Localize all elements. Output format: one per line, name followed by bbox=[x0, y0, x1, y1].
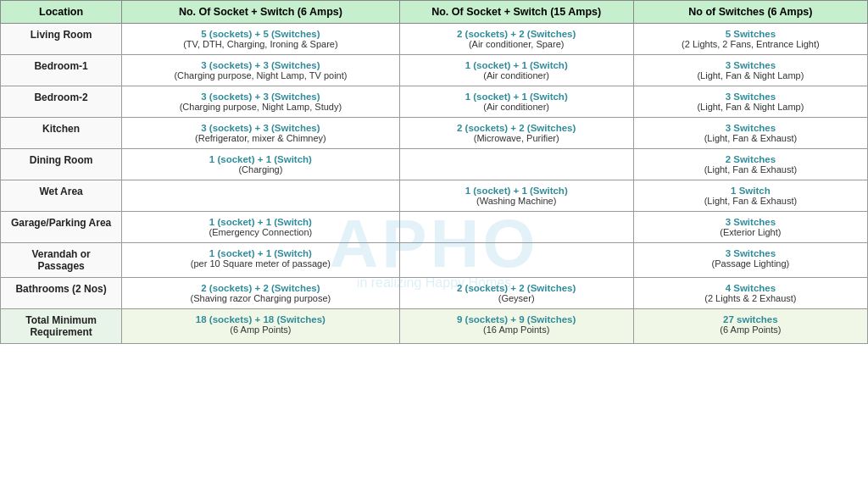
cell-15amp: 1 (socket) + 1 (Switch)(Air conditioner) bbox=[399, 55, 633, 86]
table-row: Bedroom-23 (sockets) + 3 (Switches)(Char… bbox=[1, 86, 868, 118]
table-row: Wet Area1 (socket) + 1 (Switch)(Washing … bbox=[1, 180, 868, 212]
cell-location: Wet Area bbox=[1, 180, 122, 212]
cell-switches: 3 Switches(Light, Fan & Night Lamp) bbox=[633, 86, 867, 118]
cell-6amp: 2 (sockets) + 2 (Switches)(Shaving razor… bbox=[122, 278, 399, 309]
cell-location: Dining Room bbox=[1, 149, 122, 180]
header-row: Location No. Of Socket + Switch (6 Amps)… bbox=[1, 1, 868, 24]
cell-6amp: 5 (sockets) + 5 (Switches)(TV, DTH, Char… bbox=[122, 24, 399, 55]
table-row: Kitchen3 (sockets) + 3 (Switches)(Refrig… bbox=[1, 118, 868, 149]
cell-15amp: 1 (socket) + 1 (Switch)(Washing Machine) bbox=[399, 180, 633, 212]
cell-6amp: 3 (sockets) + 3 (Switches)(Charging purp… bbox=[122, 86, 399, 118]
cell-location: Kitchen bbox=[1, 118, 122, 149]
table-row: Total Minimum Requirement18 (sockets) + … bbox=[1, 309, 868, 344]
cell-6amp: 18 (sockets) + 18 (Switches)(6 Amp Point… bbox=[122, 309, 399, 344]
cell-switches: 3 Switches(Light, Fan & Night Lamp) bbox=[633, 55, 867, 86]
table-row: Bedroom-13 (sockets) + 3 (Switches)(Char… bbox=[1, 55, 868, 86]
header-15amp: No. Of Socket + Switch (15 Amps) bbox=[399, 1, 633, 24]
cell-15amp: 9 (sockets) + 9 (Switches)(16 Amp Points… bbox=[399, 309, 633, 344]
cell-15amp bbox=[399, 149, 633, 180]
header-location: Location bbox=[1, 1, 122, 24]
header-6amp: No. Of Socket + Switch (6 Amps) bbox=[122, 1, 399, 24]
cell-switches: 1 Switch(Light, Fan & Exhaust) bbox=[633, 180, 867, 212]
cell-15amp: 1 (socket) + 1 (Switch)(Air conditioner) bbox=[399, 86, 633, 118]
cell-15amp: 2 (sockets) + 2 (Switches)(Microwave, Pu… bbox=[399, 118, 633, 149]
cell-switches: 3 Switches(Light, Fan & Exhaust) bbox=[633, 118, 867, 149]
table-row: Living Room5 (sockets) + 5 (Switches)(TV… bbox=[1, 24, 868, 55]
table-row: Bathrooms (2 Nos)2 (sockets) + 2 (Switch… bbox=[1, 278, 868, 309]
cell-location: Bedroom-1 bbox=[1, 55, 122, 86]
cell-15amp bbox=[399, 243, 633, 278]
cell-6amp: 3 (sockets) + 3 (Switches)(Charging purp… bbox=[122, 55, 399, 86]
cell-switches: 27 switches(6 Amp Points) bbox=[633, 309, 867, 344]
cell-switches: 4 Switches(2 Lights & 2 Exhaust) bbox=[633, 278, 867, 309]
cell-switches: 2 Switches(Light, Fan & Exhaust) bbox=[633, 149, 867, 180]
cell-6amp: 1 (socket) + 1 (Switch)(Charging) bbox=[122, 149, 399, 180]
cell-location: Bedroom-2 bbox=[1, 86, 122, 118]
table-row: Dining Room1 (socket) + 1 (Switch)(Charg… bbox=[1, 149, 868, 180]
cell-location: Living Room bbox=[1, 24, 122, 55]
cell-switches: 5 Switches(2 Lights, 2 Fans, Entrance Li… bbox=[633, 24, 867, 55]
table-row: Garage/Parking Area1 (socket) + 1 (Switc… bbox=[1, 212, 868, 243]
cell-6amp: 1 (socket) + 1 (Switch)(per 10 Square me… bbox=[122, 243, 399, 278]
cell-6amp bbox=[122, 180, 399, 212]
cell-location: Verandah or Passages bbox=[1, 243, 122, 278]
cell-location: Bathrooms (2 Nos) bbox=[1, 278, 122, 309]
cell-15amp: 2 (sockets) + 2 (Switches)(Geyser) bbox=[399, 278, 633, 309]
cell-location: Total Minimum Requirement bbox=[1, 309, 122, 344]
table-row: Verandah or Passages1 (socket) + 1 (Swit… bbox=[1, 243, 868, 278]
cell-switches: 3 Switches(Passage Lighting) bbox=[633, 243, 867, 278]
cell-15amp bbox=[399, 212, 633, 243]
cell-switches: 3 Switches(Exterior Light) bbox=[633, 212, 867, 243]
main-table: Location No. Of Socket + Switch (6 Amps)… bbox=[0, 0, 868, 344]
cell-6amp: 1 (socket) + 1 (Switch)(Emergency Connec… bbox=[122, 212, 399, 243]
cell-6amp: 3 (sockets) + 3 (Switches)(Refrigerator,… bbox=[122, 118, 399, 149]
cell-15amp: 2 (sockets) + 2 (Switches)(Air condition… bbox=[399, 24, 633, 55]
cell-location: Garage/Parking Area bbox=[1, 212, 122, 243]
header-switches: No of Switches (6 Amps) bbox=[633, 1, 867, 24]
